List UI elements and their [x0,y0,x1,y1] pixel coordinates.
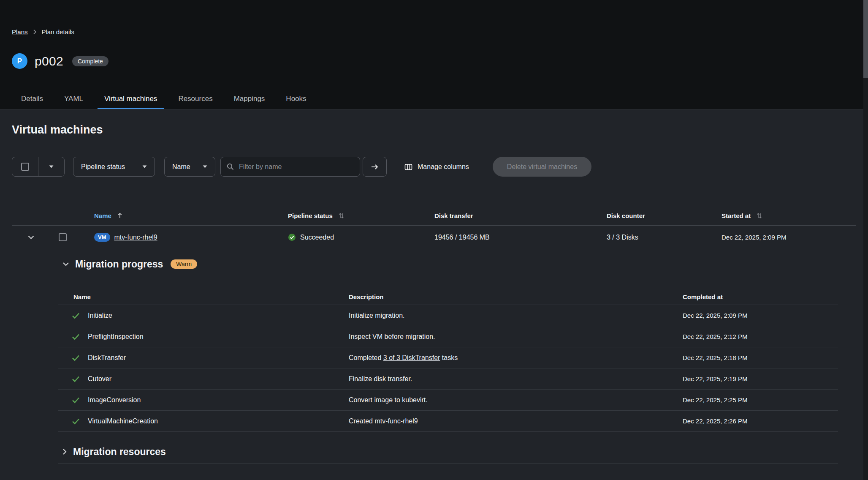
tab-virtual-machines[interactable]: Virtual machines [98,89,164,109]
step-completed-at: Dec 22, 2025, 2:09 PM [683,312,838,319]
step-description-suffix: tasks [440,354,458,361]
check-icon [72,355,80,361]
step-description-text: Finalize disk transfer. [349,375,412,382]
status-badge: Complete [72,56,108,66]
name-filter-dropdown[interactable]: Name [164,157,215,177]
tabs: Details YAML Virtual machines Resources … [12,89,856,109]
tab-mappings[interactable]: Mappings [227,89,272,109]
bulk-select [12,157,65,177]
disk-transfer-tasks-link[interactable]: 3 of 3 DiskTransfer [383,354,440,361]
chevron-down-icon [28,235,34,240]
columns-icon [404,163,412,171]
scrollbar-thumb[interactable] [863,0,868,78]
caret-down-icon [49,165,54,168]
step-name: PreflightInspection [88,333,144,341]
step-completed-at: Dec 22, 2025, 2:19 PM [683,375,838,382]
migration-resources-title: Migration resources [73,446,166,458]
disk-counter-value: 3 / 3 Disks [607,234,638,241]
pipeline-status-filter-dropdown[interactable]: Pipeline status [73,157,155,177]
breadcrumb-link-plans[interactable]: Plans [12,28,28,35]
step-description: Created mtv-func-rhel9 [349,417,683,425]
arrow-right-icon [371,164,378,170]
pipeline-status-filter-label: Pipeline status [81,163,125,171]
caret-down-icon [203,165,207,168]
migration-progress-header[interactable]: Migration progress Warm [58,258,838,270]
step-description: Finalize disk transfer. [349,375,683,383]
progress-column-name: Name [58,293,349,300]
delete-virtual-machines-button[interactable]: Delete virtual machines [493,157,591,177]
chevron-down-icon [62,262,69,267]
search-icon [227,163,234,170]
expand-cell [12,233,50,242]
disk-transfer-value: 19456 / 19456 MB [434,234,490,241]
step-name: ImageConversion [88,396,141,404]
sort-icon [339,213,344,219]
step-completed-at: Dec 22, 2025, 2:26 PM [683,417,838,425]
column-header-name[interactable]: Name [75,212,288,219]
check-icon [72,418,80,425]
step-description: Convert image to kubevirt. [349,396,683,404]
step-completed-at: Dec 22, 2025, 2:12 PM [683,333,838,340]
breadcrumb: Plans Plan details [12,0,856,35]
chevron-right-icon [62,448,67,455]
step-completed-at: Dec 22, 2025, 2:18 PM [683,354,838,361]
row-checkbox[interactable] [59,233,67,241]
scrollbar-track[interactable] [863,0,868,480]
step-name: Initialize [88,312,112,319]
migration-resources-header[interactable]: Migration resources [58,451,838,464]
progress-table-header: Name Description Completed at [58,289,838,305]
manage-columns-button[interactable]: Manage columns [402,163,472,171]
progress-step-row: Initialize Initialize migration. Dec 22,… [58,305,838,326]
row-expand-toggle[interactable] [25,233,37,242]
table-header-row: Name Pipeline status Disk transfer Disk … [12,206,856,226]
plan-details-page: Plans Plan details P p002 Complete Detai… [0,0,868,464]
disk-transfer-cell: 19456 / 19456 MB [434,234,607,241]
disk-counter-cell: 3 / 3 Disks [607,234,722,241]
column-header-started-at[interactable]: Started at [722,212,856,219]
progress-step-row: VirtualMachineCreation Created mtv-func-… [58,411,838,432]
migration-progress-table: Name Description Completed at Initialize… [58,289,838,432]
vm-name-link[interactable]: mtv-func-rhel9 [114,234,157,241]
apply-filter-button[interactable] [363,157,387,177]
caret-down-icon [142,165,147,168]
main-content: Virtual machines Pipeline status [0,123,868,464]
plan-avatar: P [12,53,27,69]
name-filter-label: Name [172,163,190,171]
step-name: Cutover [88,375,111,383]
column-header-disk-transfer: Disk transfer [434,212,607,219]
warm-badge: Warm [171,259,197,269]
manage-columns-label: Manage columns [418,163,469,171]
check-icon [72,312,80,319]
started-at-value: Dec 22, 2025, 2:09 PM [722,234,786,241]
step-description-text: Initialize migration. [349,312,405,319]
progress-step-row: ImageConversion Convert image to kubevir… [58,390,838,411]
progress-step-row: PreflightInspection Inspect VM before mi… [58,326,838,347]
column-header-pipeline-status[interactable]: Pipeline status [288,212,434,219]
step-description: Initialize migration. [349,312,683,319]
breadcrumb-current: Plan details [42,28,75,35]
pipeline-status-cell: Succeeded [288,233,434,241]
tab-resources[interactable]: Resources [171,89,219,109]
column-header-disk-counter-label: Disk counter [607,212,645,219]
sort-icon [757,213,762,219]
search-input[interactable] [238,163,354,171]
bulk-select-checkbox[interactable] [12,157,38,176]
step-name: DiskTransfer [88,354,126,362]
progress-column-completed-at: Completed at [683,293,838,300]
tab-yaml[interactable]: YAML [57,89,90,109]
succeeded-status-icon [288,233,296,241]
tab-details[interactable]: Details [14,89,50,109]
step-description-text: Inspect VM before migration. [349,333,435,340]
check-icon [72,333,80,340]
bulk-select-toggle[interactable] [38,157,64,176]
check-icon [72,376,80,382]
vm-row-expansion: Migration progress Warm Name Description… [58,258,838,464]
step-description-text: Completed [349,354,383,361]
tab-hooks[interactable]: Hooks [279,89,313,109]
step-name: VirtualMachineCreation [88,417,158,425]
progress-step-row: DiskTransfer Completed 3 of 3 DiskTransf… [58,347,838,368]
started-at-cell: Dec 22, 2025, 2:09 PM [722,234,856,241]
created-vm-link[interactable]: mtv-func-rhel9 [374,417,418,425]
select-cell [50,233,75,241]
title-row: P p002 Complete [12,53,856,69]
